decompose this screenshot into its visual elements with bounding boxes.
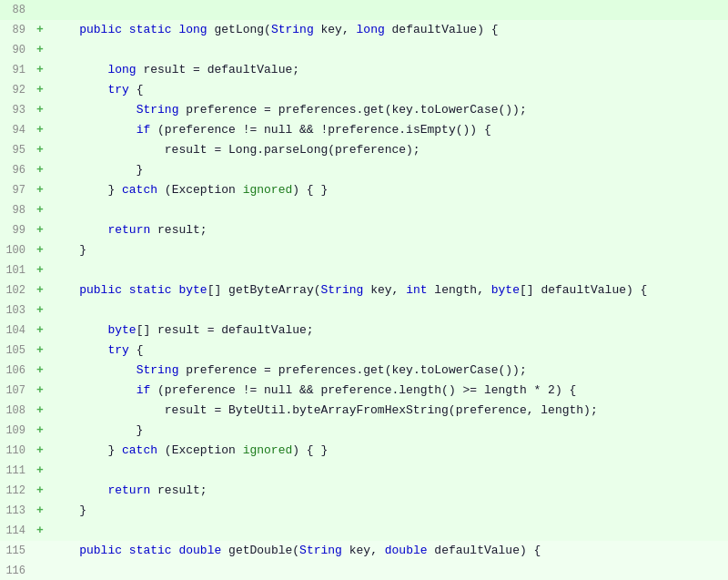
diff-marker: + xyxy=(33,401,47,421)
line-number: 94 xyxy=(0,120,33,140)
line-number: 100 xyxy=(0,240,33,260)
table-row: 116 xyxy=(0,561,728,580)
code-line: } catch (Exception ignored) { } xyxy=(47,441,728,461)
table-row: 111+ xyxy=(0,461,728,481)
diff-marker: + xyxy=(33,361,47,381)
code-line: String preference = preferences.get(key.… xyxy=(47,100,728,120)
diff-marker: + xyxy=(33,300,47,321)
diff-marker: + xyxy=(33,100,47,120)
line-number: 105 xyxy=(0,341,33,361)
diff-marker: + xyxy=(33,120,47,140)
line-number: 92 xyxy=(0,80,33,100)
table-row: 100+ } xyxy=(0,240,728,260)
line-number: 116 xyxy=(0,561,33,580)
diff-marker: + xyxy=(33,160,47,180)
line-number: 106 xyxy=(0,361,33,381)
code-line: result = Long.parseLong(preference); xyxy=(47,140,728,160)
code-line: } catch (Exception ignored) { } xyxy=(47,180,728,200)
table-row: 105+ try { xyxy=(0,341,728,361)
code-line: try { xyxy=(47,341,728,361)
diff-marker: + xyxy=(33,240,47,260)
diff-marker: + xyxy=(33,421,47,441)
line-number: 107 xyxy=(0,381,33,401)
code-line: public static double getDouble(String ke… xyxy=(47,541,728,561)
diff-marker: + xyxy=(33,60,47,80)
line-number: 112 xyxy=(0,481,33,501)
code-line: long result = defaultValue; xyxy=(47,60,728,80)
diff-marker: + xyxy=(33,200,47,220)
line-number: 108 xyxy=(0,401,33,421)
line-number: 102 xyxy=(0,280,33,300)
line-number: 89 xyxy=(0,20,33,40)
diff-marker: + xyxy=(33,260,47,280)
line-number: 115 xyxy=(0,541,33,561)
code-line: try { xyxy=(47,80,728,100)
code-line: result = ByteUtil.byteArrayFromHexString… xyxy=(47,401,728,421)
code-line: return result; xyxy=(47,220,728,240)
code-line: public static byte[] getByteArray(String… xyxy=(47,280,728,300)
line-number: 96 xyxy=(0,160,33,180)
table-row: 112+ return result; xyxy=(0,481,728,501)
line-number: 101 xyxy=(0,260,33,280)
code-line: } xyxy=(47,240,728,260)
table-row: 110+ } catch (Exception ignored) { } xyxy=(0,441,728,461)
code-view: 88 89+ public static long getLong(String… xyxy=(0,0,728,580)
line-number: 97 xyxy=(0,180,33,200)
line-number: 113 xyxy=(0,501,33,521)
line-number: 93 xyxy=(0,100,33,120)
code-line: if (preference != null && !preference.is… xyxy=(47,120,728,140)
line-number: 98 xyxy=(0,200,33,220)
table-row: 96+ } xyxy=(0,160,728,180)
line-number: 114 xyxy=(0,521,33,541)
table-row: 99+ return result; xyxy=(0,220,728,240)
diff-marker: + xyxy=(33,501,47,521)
table-row: 104+ byte[] result = defaultValue; xyxy=(0,321,728,341)
diff-marker: + xyxy=(33,220,47,240)
code-line: byte[] result = defaultValue; xyxy=(47,321,728,341)
diff-marker: + xyxy=(33,20,47,40)
diff-marker: + xyxy=(33,461,47,481)
code-line: public static long getLong(String key, l… xyxy=(47,20,728,40)
line-number: 91 xyxy=(0,60,33,80)
table-row: 106+ String preference = preferences.get… xyxy=(0,361,728,381)
code-line: } xyxy=(47,421,728,441)
table-row: 98+ xyxy=(0,200,728,220)
table-row: 114+ xyxy=(0,521,728,541)
table-row: 97+ } catch (Exception ignored) { } xyxy=(0,180,728,200)
diff-marker: + xyxy=(33,341,47,361)
line-number: 88 xyxy=(0,0,33,20)
line-number: 103 xyxy=(0,300,33,321)
line-number: 111 xyxy=(0,461,33,481)
line-number: 99 xyxy=(0,220,33,240)
diff-marker: + xyxy=(33,321,47,341)
diff-marker: + xyxy=(33,481,47,501)
table-row: 103+ xyxy=(0,300,728,321)
line-number: 109 xyxy=(0,421,33,441)
diff-marker: + xyxy=(33,40,47,60)
diff-marker: + xyxy=(33,441,47,461)
line-number: 110 xyxy=(0,441,33,461)
diff-marker: + xyxy=(33,280,47,300)
table-row: 108+ result = ByteUtil.byteArrayFromHexS… xyxy=(0,401,728,421)
code-line: } xyxy=(47,501,728,521)
diff-marker: + xyxy=(33,80,47,100)
table-row: 109+ } xyxy=(0,421,728,441)
table-row: 92+ try { xyxy=(0,80,728,100)
table-row: 115 public static double getDouble(Strin… xyxy=(0,541,728,561)
table-row: 88 xyxy=(0,0,728,20)
table-row: 89+ public static long getLong(String ke… xyxy=(0,20,728,40)
table-row: 90+ xyxy=(0,40,728,60)
diff-marker: + xyxy=(33,140,47,160)
table-row: 95+ result = Long.parseLong(preference); xyxy=(0,140,728,160)
table-row: 93+ String preference = preferences.get(… xyxy=(0,100,728,120)
table-row: 91+ long result = defaultValue; xyxy=(0,60,728,80)
line-number: 95 xyxy=(0,140,33,160)
table-row: 113+ } xyxy=(0,501,728,521)
diff-marker: + xyxy=(33,521,47,541)
diff-marker: + xyxy=(33,381,47,401)
line-number: 104 xyxy=(0,321,33,341)
table-row: 101+ xyxy=(0,260,728,280)
line-number: 90 xyxy=(0,40,33,60)
table-row: 107+ if (preference != null && preferenc… xyxy=(0,381,728,401)
table-row: 94+ if (preference != null && !preferenc… xyxy=(0,120,728,140)
